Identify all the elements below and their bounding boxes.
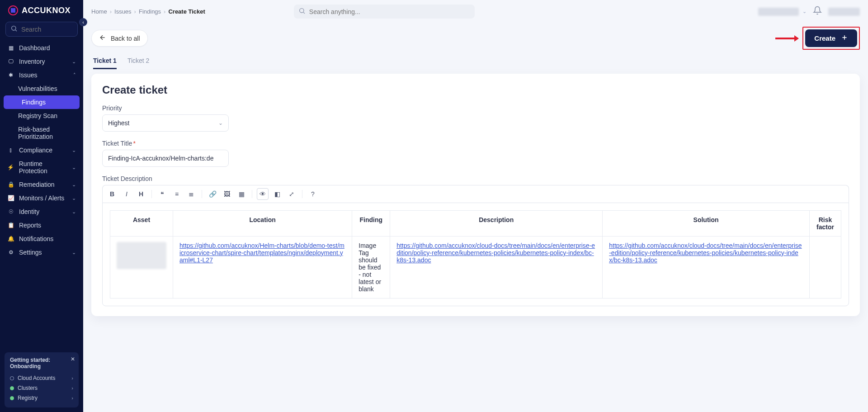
ordered-list-button[interactable]: ≣ (185, 188, 197, 200)
svg-point-0 (12, 26, 16, 30)
sidebar-item-label: Identity (19, 208, 39, 215)
sidebar-item-label: Findings (22, 99, 46, 106)
sidebar-item-remediation[interactable]: 🔒Remediation ⌄ (0, 178, 83, 191)
sidebar-item-label: Runtime Protection (19, 160, 72, 175)
annotation-arrow-icon (775, 38, 798, 39)
th-description: Description (390, 211, 603, 237)
breadcrumb-item-issues[interactable]: Issues (114, 8, 132, 15)
notifications-bell-icon[interactable] (813, 6, 822, 17)
toolbar-separator (151, 190, 152, 198)
sidebar-item-inventory[interactable]: 🖵Inventory ⌄ (0, 55, 83, 68)
sidebar-item-notifications[interactable]: 🔔Notifications (0, 232, 83, 246)
onboarding-step-clusters[interactable]: Clusters › (10, 383, 73, 393)
chevron-right-icon: › (71, 375, 73, 381)
sidebar-item-reports[interactable]: 📋Reports (0, 218, 83, 232)
asset-name-redacted (117, 242, 166, 269)
identity-icon: ☉ (7, 208, 14, 215)
description-link[interactable]: https://github.com/accuknox/cloud-docs/t… (396, 242, 595, 264)
sidebar-item-findings[interactable]: Findings (4, 95, 80, 109)
solution-link[interactable]: https://github.com/accuknox/cloud-docs/t… (609, 242, 802, 264)
breadcrumb-item-findings[interactable]: Findings (139, 8, 161, 15)
th-asset: Asset (110, 211, 173, 237)
bold-button[interactable]: B (106, 188, 118, 200)
sidebar-item-settings[interactable]: ⚙Settings ⌄ (0, 246, 83, 259)
topbar: Home › Issues › Findings › Create Ticket… (83, 0, 868, 23)
preview-toggle-button[interactable]: 👁 (257, 188, 269, 200)
step-done-icon (10, 386, 14, 390)
help-button[interactable]: ? (307, 188, 319, 200)
table-button[interactable]: ▦ (236, 188, 247, 200)
tab-ticket-2[interactable]: Ticket 2 (127, 53, 150, 69)
onboarding-step-registry[interactable]: Registry › (10, 393, 73, 403)
reports-icon: 📋 (7, 222, 14, 228)
monitors-icon: 📈 (7, 195, 14, 201)
priority-value: Highest (108, 119, 129, 127)
plus-icon (841, 34, 848, 43)
tenant-selector[interactable]: ⌄ (758, 8, 807, 16)
chevron-down-icon: ⌄ (72, 182, 76, 188)
sidebar-item-label: Settings (19, 249, 42, 256)
tab-ticket-1[interactable]: Ticket 1 (93, 53, 117, 69)
finding-table: Asset Location Finding Description Solut… (110, 210, 841, 298)
brand-logo-icon (8, 5, 18, 15)
sidebar-issues-submenu: Vulnerabilities Findings Registry Scan R… (0, 82, 83, 143)
sidebar-search-input[interactable] (21, 26, 100, 33)
sidebar-item-issues[interactable]: ✱Issues ˄ (0, 68, 83, 82)
td-description: https://github.com/accuknox/cloud-docs/t… (390, 237, 603, 298)
chevron-down-icon: ⌄ (218, 120, 223, 126)
td-asset (110, 237, 173, 298)
breadcrumb-item-home[interactable]: Home (91, 8, 107, 15)
runtime-icon: ⚡ (7, 164, 14, 170)
sidebar-item-label: Monitors / Alerts (19, 194, 64, 202)
chevron-right-icon: › (71, 385, 73, 391)
location-link[interactable]: https://github.com/accuknox/Helm-charts/… (179, 242, 344, 264)
ticket-title-input[interactable]: Finding-IcA-accuknox/Helm-charts:de (102, 150, 229, 167)
unordered-list-button[interactable]: ≡ (171, 188, 183, 200)
chevron-right-icon: › (134, 8, 136, 15)
fullscreen-button[interactable]: ⤢ (286, 188, 297, 200)
chevron-down-icon: ⌄ (72, 195, 76, 201)
ticket-title-value: Finding-IcA-accuknox/Helm-charts:de (108, 155, 213, 162)
sidebar-item-dashboard[interactable]: ▦Dashboard (0, 41, 83, 55)
ticket-description-editor[interactable]: Asset Location Finding Description Solut… (102, 203, 849, 306)
tenant-name-redacted (758, 8, 799, 16)
create-button-callout: Create (802, 27, 860, 50)
onboarding-step-cloud-accounts[interactable]: Cloud Accounts › (10, 373, 73, 383)
create-ticket-card: Create ticket Priority Highest ⌄ Ticket … (91, 74, 860, 316)
user-name-redacted[interactable] (828, 8, 860, 16)
search-icon (298, 7, 306, 16)
td-risk-factor (810, 237, 841, 298)
heading-button[interactable]: H (135, 188, 147, 200)
global-search[interactable] (294, 5, 475, 19)
global-search-input[interactable] (309, 8, 470, 15)
sidebar-item-vulnerabilities[interactable]: Vulnerabilities (0, 82, 83, 95)
sidebar-item-label: Notifications (19, 235, 53, 242)
italic-button[interactable]: I (121, 188, 132, 200)
toolbar-separator (252, 190, 252, 198)
sidebar-item-label: Registry Scan (18, 112, 57, 119)
svg-point-2 (300, 9, 304, 13)
toolbar-separator (202, 190, 202, 198)
sidebar-item-risk-prioritization[interactable]: Risk-based Prioritization (0, 123, 83, 143)
create-button[interactable]: Create (805, 29, 857, 47)
sidebar-item-runtime-protection[interactable]: ⚡Runtime Protection ⌄ (0, 157, 83, 178)
sidebar-item-identity[interactable]: ☉Identity ⌄ (0, 205, 83, 218)
priority-select[interactable]: Highest ⌄ (102, 114, 229, 132)
onboarding-close-button[interactable]: ✕ (71, 356, 75, 362)
required-mark: * (133, 140, 135, 147)
split-view-button[interactable]: ◧ (271, 188, 283, 200)
td-finding: Image Tag should be fixed - not latest o… (352, 237, 390, 298)
link-button[interactable]: 🔗 (207, 188, 218, 200)
chevron-down-icon: ⌄ (72, 147, 76, 153)
dashboard-icon: ▦ (7, 45, 14, 51)
issues-icon: ✱ (7, 72, 14, 78)
sidebar-item-compliance[interactable]: ⫿Compliance ⌄ (0, 143, 83, 157)
quote-button[interactable]: ❝ (156, 188, 168, 200)
remediation-icon: 🔒 (7, 181, 14, 188)
sidebar-collapse-toggle[interactable]: ‹ (79, 18, 87, 26)
ticket-title-label: Ticket Title* (102, 140, 849, 147)
sidebar-search[interactable] (5, 22, 78, 37)
sidebar-item-registry-scan[interactable]: Registry Scan (0, 109, 83, 123)
sidebar-item-monitors-alerts[interactable]: 📈Monitors / Alerts ⌄ (0, 191, 83, 205)
image-button[interactable]: 🖼 (221, 188, 233, 200)
